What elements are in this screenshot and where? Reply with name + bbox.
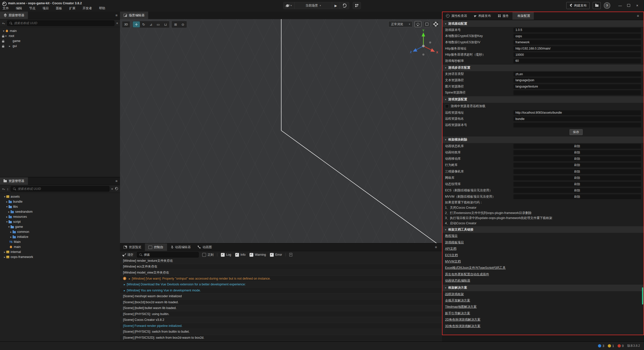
asset-chevron-icon[interactable] — [5, 220, 9, 224]
assets-menu-icon[interactable]: ≡ — [115, 179, 117, 183]
inspector-tab[interactable]: 构建发布 — [471, 12, 495, 20]
hierarchy-node-row[interactable]: gui — [0, 43, 120, 49]
scene-viewport[interactable]: 3D ✛ ↻ ⊿ ▭ ⊔ ⊞ ⊙ 正常浏览 ▾ — [120, 19, 442, 243]
rotate-tool-button[interactable]: ↻ — [140, 21, 147, 27]
module-remove-button[interactable]: 剔除 — [513, 194, 641, 199]
solution-link[interactable]: 全栈开发解决方案 — [445, 299, 470, 302]
preview-qr-button[interactable] — [353, 2, 361, 9]
solution-link[interactable]: 新手引导解决方案 — [445, 312, 470, 315]
console-tab[interactable]: 资源预览 — [120, 243, 145, 251]
console-search-input[interactable]: 搜索 — [137, 252, 199, 257]
create-node-button[interactable]: +▾ — [2, 21, 5, 25]
error-count-badge[interactable]: 0 — [618, 344, 624, 348]
log-expand-icon[interactable] — [123, 289, 126, 292]
node-chevron-icon[interactable] — [8, 44, 11, 48]
assets-search-input[interactable]: 搜索名称或 UUID — [11, 186, 109, 192]
module-remove-button[interactable]: 剔除 — [513, 188, 641, 193]
asset-node-row[interactable]: game — [0, 224, 120, 229]
log-filter-checkbox[interactable]: Info — [235, 253, 246, 257]
doc-link[interactable]: API文档 — [445, 247, 456, 250]
scene-gizmo-visibility-button[interactable] — [423, 21, 430, 27]
section-solutions[interactable]: ▾ 框架解决方案 — [442, 285, 643, 291]
log-filter-checkbox[interactable]: Log — [221, 253, 231, 257]
console-log-row[interactable]: [Scene] Cocos Creator v3.8.2 — [120, 317, 442, 323]
console-menu-icon[interactable]: ≡ — [435, 245, 437, 249]
regex-checkbox[interactable]: 正则 — [202, 253, 214, 257]
console-log-row[interactable]: [Window] render_texture文件夹存在 — [120, 258, 442, 264]
filter-checkbox-box[interactable] — [250, 253, 253, 257]
console-log-row[interactable]: [Scene] [box2d]:box2d wasm lib loaded. — [120, 299, 442, 305]
clear-console-button[interactable]: 清空 — [123, 253, 133, 257]
module-remove-button[interactable]: 剔除 — [513, 182, 641, 187]
solution-link[interactable]: 3D角色扮演游戏解决方案 — [445, 324, 480, 328]
menu-item[interactable]: 文件 — [3, 6, 9, 11]
console-tab[interactable]: 控制台 — [145, 243, 167, 251]
section-game-basic[interactable]: ▾ 游戏基础配置 — [442, 20, 643, 27]
console-log-row[interactable]: [Scene] meshopt wasm decoder initialized — [120, 293, 442, 299]
snap-pivot-button[interactable]: ⊞ — [172, 21, 179, 27]
asset-chevron-icon[interactable] — [5, 205, 9, 208]
minimize-button[interactable]: — — [616, 4, 624, 8]
section-game-resources[interactable]: ▾ 游戏资源配置 — [442, 96, 643, 103]
hierarchy-node-row[interactable]: game — [0, 38, 120, 43]
log-expand-icon[interactable] — [128, 277, 131, 280]
asset-node-row[interactable]: initialize — [0, 234, 120, 239]
inspector-tab[interactable]: 框架配置 — [512, 12, 534, 20]
tab-scene-editor[interactable]: 场景编辑器 — [120, 12, 148, 19]
tab-assets[interactable]: 资源管理器 — [0, 177, 28, 185]
menu-item[interactable]: 面板 — [56, 6, 62, 11]
node-lock-or-expand-icon[interactable] — [2, 41, 4, 42]
console-log-row[interactable]: [Scene] [bullet]:bullet wasm lib loaded. — [120, 305, 442, 311]
orientation-gizmo[interactable]: Y X Z — [407, 28, 440, 61]
field-input[interactable]: oops — [513, 34, 641, 38]
module-remove-button[interactable]: 剔除 — [513, 176, 641, 180]
console-log-row[interactable]: [Window] [Vue warn]: Property "onInput" … — [120, 276, 442, 282]
module-remove-button[interactable]: 剔除 — [513, 169, 641, 174]
asset-chevron-icon[interactable] — [7, 225, 11, 229]
doc-link[interactable]: 教程项目 — [445, 234, 458, 238]
asset-node-row[interactable]: oops-framework — [0, 254, 120, 259]
view-mode-dropdown[interactable]: 正常浏览 ▾ — [388, 21, 413, 27]
doc-link[interactable]: Excel格式转Json文件与TypeScript代码工具 — [445, 266, 506, 270]
asset-chevron-icon[interactable] — [9, 235, 13, 239]
console-log-row[interactable]: [Scene] [PHYSICS]: switch from builtin t… — [120, 329, 442, 335]
sort-assets-icon[interactable]: ↕ — [7, 187, 9, 191]
help-button[interactable]: ? — [604, 2, 610, 9]
section-doc-links[interactable]: ▾ 框架文档工具链接 — [442, 226, 643, 233]
field-input[interactable]: framework — [513, 40, 641, 45]
hierarchy-collapse-all-icon[interactable]: ≡ — [116, 22, 118, 25]
menu-item[interactable]: 节点 — [29, 6, 35, 11]
section-module-strip[interactable]: ▾ 框架模块剔除 — [442, 137, 643, 143]
asset-node-row[interactable]: assets — [0, 194, 120, 199]
scene-select-dropdown[interactable]: 当前场景▾ — [295, 2, 332, 9]
doc-link[interactable]: 游戏模板项目 — [445, 241, 464, 244]
field-input[interactable]: 60 — [513, 59, 641, 63]
field-input[interactable]: 1.0.5 — [513, 28, 641, 32]
doc-link[interactable]: 原生包热更新配置自动生成插件 — [445, 273, 489, 276]
asset-chevron-icon[interactable] — [3, 250, 6, 254]
asset-chevron-icon[interactable] — [5, 200, 9, 203]
play-button[interactable]: ▶ — [332, 2, 340, 9]
doc-link[interactable]: ECS文档 — [445, 253, 458, 257]
export-log-icon[interactable] — [289, 253, 292, 256]
asset-node-row[interactable]: internal — [0, 249, 120, 254]
section-game-i18n[interactable]: ▾ 游戏多语言配置 — [442, 65, 643, 71]
field-input[interactable]: zh,en — [513, 72, 641, 76]
open-project-folder-button[interactable] — [593, 2, 601, 9]
console-log-row[interactable]: [Scene] Forward render pipeline initiali… — [120, 323, 442, 329]
console-log-row[interactable]: [Window] ecs文件夹存在 — [120, 264, 442, 270]
asset-chevron-icon[interactable] — [3, 255, 6, 259]
node-chevron-icon[interactable] — [4, 34, 8, 38]
warning-count-badge[interactable]: 1 — [608, 344, 614, 348]
save-button[interactable]: 保存 — [570, 129, 583, 135]
console-log-row[interactable]: [Window] Download the Vue Devtools exten… — [120, 282, 442, 288]
menu-item[interactable]: 帮助 — [99, 6, 105, 11]
doc-link[interactable]: 动画状态机编辑器 — [445, 279, 470, 282]
asset-node-row[interactable]: bundle — [0, 199, 120, 204]
node-lock-or-expand-icon[interactable] — [2, 46, 4, 48]
menu-item[interactable]: 项目 — [43, 6, 49, 11]
close-button[interactable]: × — [633, 4, 641, 8]
console-log-row[interactable]: [Window] You are running Vue in developm… — [120, 288, 442, 294]
menu-item[interactable]: 开发者 — [83, 6, 92, 11]
console-log-row[interactable]: [Window] model_view文件夹存在 — [120, 270, 442, 276]
